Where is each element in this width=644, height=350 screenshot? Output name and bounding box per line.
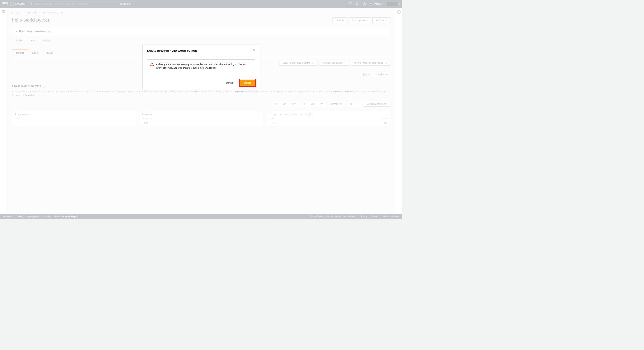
- delete-modal: Delete function hello-world-python ✕ Del…: [142, 45, 260, 90]
- cancel-button[interactable]: Cancel: [223, 80, 236, 85]
- delete-button[interactable]: Delete: [240, 80, 255, 86]
- modal-title: Delete function hello-world-python: [147, 49, 197, 52]
- close-button[interactable]: ✕: [253, 49, 255, 53]
- modal-overlay: Delete function hello-world-python ✕ Del…: [0, 0, 402, 219]
- warning-text: Deleting a function permanently removes …: [156, 62, 253, 69]
- delete-highlight: Delete: [239, 79, 256, 87]
- warning-alert: Deleting a function permanently removes …: [147, 60, 255, 73]
- warning-icon: [150, 62, 154, 66]
- svg-point-10: [152, 65, 152, 65]
